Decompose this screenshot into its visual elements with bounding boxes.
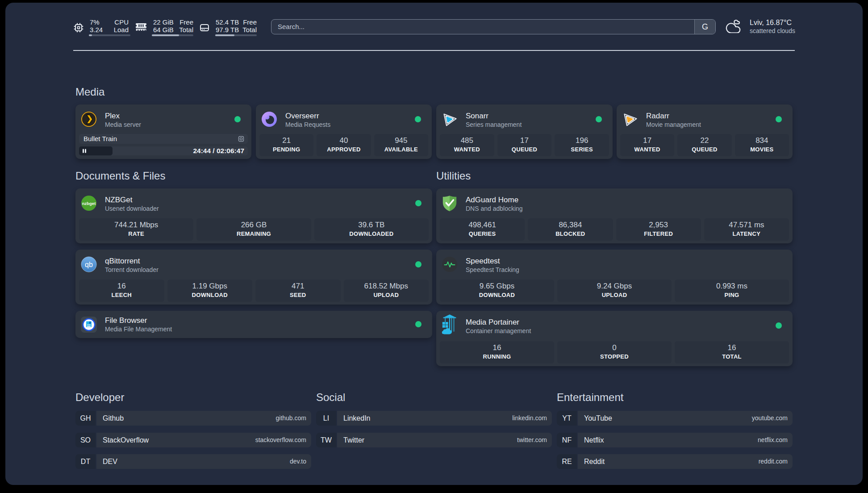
svg-text:nzbget: nzbget — [82, 201, 96, 206]
svg-text:qb: qb — [85, 261, 93, 268]
